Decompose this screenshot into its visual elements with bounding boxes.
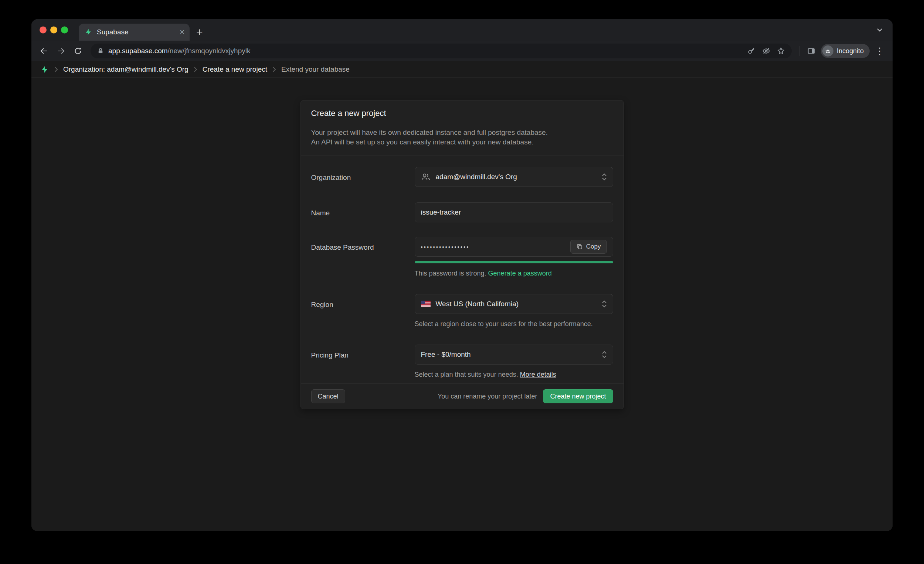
url-text: app.supabase.com/new/jfnsmqoynldvxjyhpyl… <box>108 47 743 55</box>
create-project-card: Create a new project Your project will h… <box>300 100 624 409</box>
side-panel-icon[interactable] <box>804 43 819 58</box>
rename-note: You can rename your project later <box>438 393 537 400</box>
region-label: Region <box>311 294 415 309</box>
pricing-field-group: Free - $0/month Select a plan that suits… <box>415 345 613 378</box>
close-tab-icon[interactable]: × <box>180 28 184 36</box>
region-select[interactable]: West US (North California) <box>415 294 613 314</box>
project-name-input[interactable] <box>415 202 613 222</box>
password-label: Database Password <box>311 237 415 251</box>
tab-strip: Supabase × + <box>32 19 892 40</box>
password-masked-value: •••••••••••••••• <box>421 244 470 250</box>
browser-tab-supabase[interactable]: Supabase × <box>79 24 190 40</box>
tab-title: Supabase <box>97 28 176 36</box>
pricing-helper-text: Select a plan that suits your needs. <box>415 371 518 378</box>
minimize-window-button[interactable] <box>50 27 57 34</box>
incognito-avatar-icon <box>822 45 834 57</box>
select-chevrons-icon <box>602 299 607 308</box>
pricing-label: Pricing Plan <box>311 345 415 359</box>
card-description: Your project will have its own dedicated… <box>311 128 613 147</box>
generate-password-link[interactable]: Generate a password <box>488 269 552 277</box>
back-button[interactable] <box>37 43 51 58</box>
url-host: app.supabase.com <box>108 47 168 55</box>
password-field-group: •••••••••••••••• Copy This p <box>415 237 613 277</box>
browser-window: Supabase × + app.supabase.com/new/jfnsmq… <box>32 19 892 531</box>
breadcrumb-organization[interactable]: Organization: adam@windmill.dev's Org <box>63 65 189 73</box>
supabase-page: Organization: adam@windmill.dev's Org Cr… <box>32 61 892 531</box>
select-chevrons-icon <box>602 172 607 181</box>
organization-label: Organization <box>311 167 415 182</box>
copy-icon <box>576 244 583 250</box>
breadcrumb-create-project[interactable]: Create a new project <box>202 65 267 73</box>
copy-password-button[interactable]: Copy <box>570 240 607 254</box>
region-helper: Select a region close to your users for … <box>415 320 613 328</box>
profile-incognito-badge[interactable]: Incognito <box>821 44 870 58</box>
organization-row: Organization adam@windmill.dev's Org <box>311 167 613 187</box>
password-input[interactable]: •••••••••••••••• Copy <box>415 237 613 257</box>
pricing-helper: Select a plan that suits your needs. Mor… <box>415 371 613 378</box>
breadcrumb: Organization: adam@windmill.dev's Org Cr… <box>32 61 892 78</box>
password-strength-helper: This password is strong. Generate a pass… <box>415 269 613 277</box>
incognito-label: Incognito <box>837 47 864 55</box>
more-details-link[interactable]: More details <box>520 371 556 378</box>
new-tab-button[interactable]: + <box>196 27 203 38</box>
eye-slash-icon[interactable] <box>762 47 770 55</box>
toolbar-separator <box>799 46 800 56</box>
password-row: Database Password •••••••••••••••• Copy <box>311 237 613 277</box>
chevron-right-icon <box>272 66 276 72</box>
reload-button[interactable] <box>70 43 86 58</box>
name-row: Name <box>311 202 613 222</box>
us-flag-icon <box>421 301 430 307</box>
page-title: Create a new project <box>311 109 613 118</box>
password-key-icon[interactable] <box>747 47 756 55</box>
description-line-1: Your project will have its own dedicated… <box>311 128 613 138</box>
url-path: /new/jfnsmqoynldvxjyhpylk <box>168 47 250 55</box>
close-window-button[interactable] <box>39 27 46 34</box>
address-bar[interactable]: app.supabase.com/new/jfnsmqoynldvxjyhpyl… <box>90 43 792 58</box>
browser-toolbar: app.supabase.com/new/jfnsmqoynldvxjyhpyl… <box>32 40 892 61</box>
pricing-value: Free - $0/month <box>421 350 471 359</box>
traffic-lights <box>39 27 68 34</box>
card-header: Create a new project Your project will h… <box>301 100 624 155</box>
region-value: West US (North California) <box>436 300 519 308</box>
pricing-row: Pricing Plan Free - $0/month Select a pl… <box>311 345 613 378</box>
password-strength-text: This password is strong. <box>415 269 486 277</box>
forward-button[interactable] <box>54 43 68 58</box>
lock-icon <box>97 47 104 55</box>
organization-select[interactable]: adam@windmill.dev's Org <box>415 167 613 187</box>
select-chevrons-icon <box>602 350 607 359</box>
copy-button-label: Copy <box>586 243 601 250</box>
browser-menu-icon[interactable]: ⋮ <box>872 45 887 57</box>
maximize-window-button[interactable] <box>61 27 68 34</box>
pricing-select[interactable]: Free - $0/month <box>415 345 613 365</box>
breadcrumb-extend-database[interactable]: Extend your database <box>281 65 350 73</box>
name-label: Name <box>311 202 415 217</box>
page-body: Create a new project Your project will h… <box>32 78 892 531</box>
region-row: Region West US (North California) Select… <box>311 294 613 328</box>
users-icon <box>421 172 430 182</box>
bookmark-star-icon[interactable] <box>777 47 785 55</box>
tab-search-chevron-icon[interactable] <box>876 28 883 32</box>
cancel-button[interactable]: Cancel <box>311 389 345 403</box>
omnibox-actions <box>747 47 785 55</box>
region-field-group: West US (North California) Select a regi… <box>415 294 613 328</box>
chevron-right-icon <box>194 66 197 72</box>
organization-value: adam@windmill.dev's Org <box>436 173 517 181</box>
card-footer: Cancel You can rename your project later… <box>301 383 624 409</box>
supabase-logo-icon[interactable] <box>40 65 49 74</box>
password-strength-bar <box>415 261 613 263</box>
chevron-right-icon <box>54 66 58 72</box>
supabase-favicon-icon <box>84 28 93 37</box>
create-new-project-button[interactable]: Create new project <box>543 389 613 403</box>
description-line-2: An API will be set up so you can easily … <box>311 138 613 147</box>
project-form: Organization adam@windmill.dev's Org <box>301 156 624 383</box>
